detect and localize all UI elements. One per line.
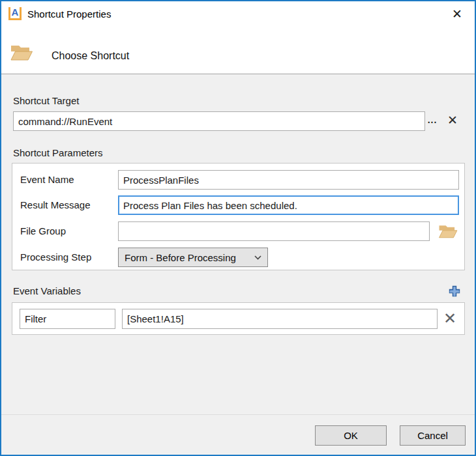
browse-target-button[interactable]: ...	[425, 113, 439, 130]
result-message-input[interactable]	[118, 195, 459, 215]
file-group-input[interactable]	[118, 221, 430, 241]
event-name-row: Event Name	[12, 170, 464, 190]
cancel-button[interactable]: Cancel	[400, 425, 466, 446]
close-icon[interactable]: ✕	[449, 6, 466, 23]
file-group-label: File Group	[20, 221, 66, 241]
browse-file-group-folder-icon[interactable]	[438, 223, 458, 240]
app-icon: A	[8, 7, 22, 20]
event-name-label: Event Name	[20, 170, 74, 190]
variable-name-input[interactable]	[20, 309, 115, 329]
open-folder-icon	[9, 42, 34, 63]
processing-step-label: Processing Step	[20, 248, 91, 267]
processing-step-value: Form - Before Processing	[125, 252, 236, 263]
result-message-label: Result Message	[20, 195, 91, 215]
processing-step-row: Processing Step Form - Before Processing	[12, 248, 464, 267]
event-name-input[interactable]	[118, 170, 459, 190]
event-variables-label: Event Variables	[13, 285, 81, 296]
event-variables-groupbox: ✕	[12, 302, 465, 335]
delete-variable-icon[interactable]: ✕	[440, 307, 460, 330]
shortcut-parameters-groupbox: Event Name Result Message File Group Pro…	[12, 163, 465, 270]
add-variable-plus-icon[interactable]	[447, 284, 462, 298]
dialog-step-title: Choose Shortcut	[52, 50, 129, 62]
app-icon-letter: A	[12, 7, 19, 17]
shortcut-target-label: Shortcut Target	[13, 95, 79, 106]
clear-target-icon[interactable]: ✕	[445, 111, 460, 130]
shortcut-target-input[interactable]	[13, 111, 425, 131]
processing-step-select[interactable]: Form - Before Processing	[118, 248, 268, 267]
result-message-row: Result Message	[12, 195, 464, 215]
ok-button[interactable]: OK	[315, 425, 387, 446]
chevron-down-icon	[248, 255, 261, 260]
file-group-row: File Group	[12, 221, 464, 241]
variable-value-input[interactable]	[122, 309, 438, 329]
window-title: Shortcut Properties	[27, 8, 111, 20]
shortcut-parameters-label: Shortcut Parameters	[13, 147, 103, 158]
shortcut-properties-dialog: A Shortcut Properties ✕ Choose Shortcut …	[0, 0, 476, 456]
footer-separator	[1, 414, 475, 415]
